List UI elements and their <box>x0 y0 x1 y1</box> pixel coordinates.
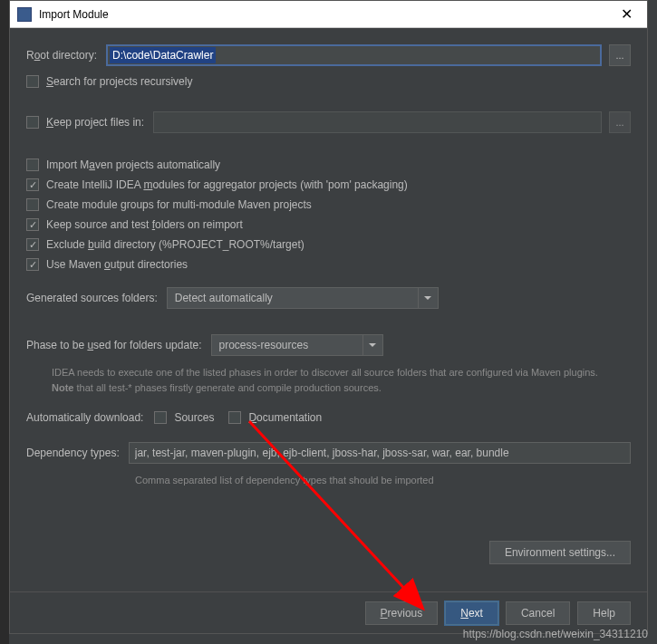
keep-files-browse-button[interactable]: ... <box>609 111 631 133</box>
titlebar: Import Module ✕ <box>10 1 647 28</box>
phase-dropdown[interactable]: process-resources <box>211 334 383 356</box>
dependency-types-input[interactable] <box>129 442 631 464</box>
intellij-icon <box>17 7 32 22</box>
root-directory-row: Root directory: D:\code\DataCrawler ... <box>26 44 631 66</box>
keep-files-input[interactable] <box>153 111 602 133</box>
maven-option-checkbox[interactable] <box>26 218 39 231</box>
help-button[interactable]: Help <box>577 601 631 625</box>
auto-download-row: Automatically download: Sources Document… <box>26 411 631 424</box>
search-recursive-checkbox[interactable] <box>26 75 39 88</box>
maven-option-label: Use Maven output directories <box>46 258 188 271</box>
generated-sources-row: Generated sources folders: Detect automa… <box>26 287 631 309</box>
cancel-button[interactable]: Cancel <box>506 601 570 625</box>
maven-option-label: Keep source and test folders on reimport <box>46 218 243 231</box>
keep-files-row: Keep project files in: ... <box>26 111 631 133</box>
maven-option-checkbox[interactable] <box>26 198 39 211</box>
maven-option-label: Import Maven projects automatically <box>46 159 220 171</box>
keep-files-checkbox[interactable] <box>26 116 39 129</box>
maven-option-checkbox[interactable] <box>26 238 39 251</box>
search-recursive-row: Search for projects recursively <box>26 75 631 88</box>
generated-sources-label: Generated sources folders: <box>26 292 158 304</box>
phase-row: Phase to be used for folders update: pro… <box>26 334 631 356</box>
maven-option-checkbox[interactable] <box>26 159 39 171</box>
dialog-content: Root directory: D:\code\DataCrawler ... … <box>10 28 647 497</box>
sources-label: Sources <box>174 411 214 424</box>
maven-options-group: Import Maven projects automaticallyCreat… <box>26 159 631 271</box>
generated-sources-dropdown[interactable]: Detect automatically <box>167 287 439 309</box>
maven-option-row: Create module groups for multi-module Ma… <box>26 198 631 211</box>
maven-option-row: Use Maven output directories <box>26 258 631 271</box>
dependency-types-row: Dependency types: <box>26 442 631 464</box>
phase-help-text: IDEA needs to execute one of the listed … <box>26 365 631 395</box>
auto-download-label: Automatically download: <box>26 411 143 424</box>
root-directory-browse-button[interactable]: ... <box>609 44 631 66</box>
maven-option-label: Create IntelliJ IDEA modules for aggrega… <box>46 178 408 191</box>
phase-label: Phase to be used for folders update: <box>26 339 202 351</box>
chevron-down-icon <box>362 335 382 355</box>
search-recursive-label: Search for projects recursively <box>46 75 192 88</box>
import-module-dialog: Import Module ✕ Root directory: D:\code\… <box>9 0 648 634</box>
chevron-down-icon <box>418 288 438 308</box>
dependency-help-text: Comma separated list of dependency types… <box>26 473 631 488</box>
button-bar: Previous Next Cancel Help <box>10 591 647 633</box>
environment-settings-button[interactable]: Environment settings... <box>489 541 631 564</box>
next-button[interactable]: Next <box>445 601 498 625</box>
root-directory-input[interactable]: D:\code\DataCrawler <box>106 44 602 66</box>
documentation-checkbox[interactable] <box>228 411 241 424</box>
maven-option-row: Import Maven projects automatically <box>26 159 631 171</box>
editor-gutter-strip <box>0 0 9 644</box>
maven-option-row: Create IntelliJ IDEA modules for aggrega… <box>26 178 631 191</box>
root-directory-label: Root directory: <box>26 49 97 62</box>
documentation-label: Documentation <box>248 411 322 424</box>
maven-option-checkbox[interactable] <box>26 178 39 191</box>
maven-option-label: Exclude build directory (%PROJECT_ROOT%/… <box>46 238 304 251</box>
maven-option-row: Keep source and test folders on reimport <box>26 218 631 231</box>
keep-files-label: Keep project files in: <box>46 116 144 129</box>
window-title: Import Module <box>39 8 613 21</box>
previous-button[interactable]: Previous <box>365 601 439 625</box>
maven-option-label: Create module groups for multi-module Ma… <box>46 198 312 211</box>
sources-checkbox[interactable] <box>154 411 167 424</box>
dependency-types-label: Dependency types: <box>26 447 120 459</box>
maven-option-row: Exclude build directory (%PROJECT_ROOT%/… <box>26 238 631 251</box>
maven-option-checkbox[interactable] <box>26 258 39 271</box>
close-icon[interactable]: ✕ <box>613 5 640 23</box>
